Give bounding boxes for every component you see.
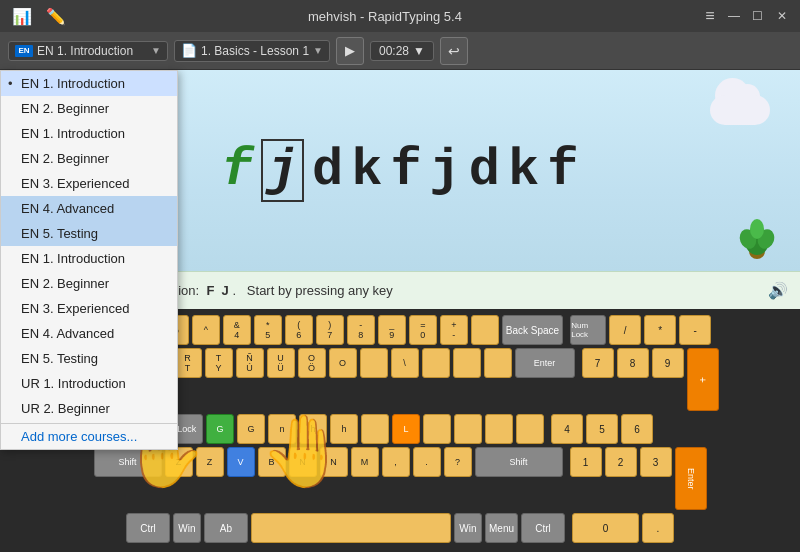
key-comma[interactable]: , [382,447,410,477]
numpad-minus[interactable]: - [679,315,711,345]
key-semicolon[interactable] [485,414,513,444]
key-pipe[interactable] [471,315,499,345]
key-win-right[interactable]: Win [454,513,482,543]
key-m[interactable]: M [351,447,379,477]
numpad-8[interactable]: 8 [617,348,649,378]
key-4[interactable]: &4 [223,315,251,345]
reset-button[interactable]: ↩ [440,37,468,65]
key-shift-left[interactable]: Shift [94,447,162,477]
key-d[interactable]: n [268,414,296,444]
numpad-1[interactable]: 1 [570,447,602,477]
dropdown-item-en3-experienced-2[interactable]: EN 3. Experienced [1,296,177,321]
key-menu[interactable]: Menu [485,513,518,543]
minimize-button[interactable]: — [724,6,744,26]
key-e[interactable]: TY [205,348,233,378]
time-value: 00:28 [379,44,409,58]
numpad-star[interactable]: * [644,315,676,345]
key-s[interactable]: G [237,414,265,444]
key-p[interactable] [422,348,450,378]
numpad-enter[interactable]: Enter [675,447,707,510]
volume-icon[interactable]: 🔊 [768,281,788,300]
numpad-2[interactable]: 2 [605,447,637,477]
key-space[interactable] [251,513,451,543]
dropdown-item-en2-beginner-3[interactable]: EN 2. Beginner [1,271,177,296]
key-j[interactable]: L [392,414,420,444]
numpad-slash[interactable]: / [609,315,641,345]
key-ctrl-right[interactable]: Ctrl [521,513,565,543]
numpad-3[interactable]: 3 [640,447,672,477]
dropdown-item-en5-testing-1[interactable]: EN 5. Testing [1,221,177,246]
stats-icon[interactable]: 📊 [8,2,36,30]
key-i[interactable] [360,348,388,378]
key-h[interactable] [361,414,389,444]
numpad-numlock[interactable]: Num Lock [570,315,606,345]
course-selector[interactable]: EN EN 1. Introduction ▼ [8,41,168,61]
dropdown-item-en1-intro-3[interactable]: EN 1. Introduction [1,246,177,271]
key-5[interactable]: *5 [254,315,282,345]
dropdown-item-en3-experienced-1[interactable]: EN 3. Experienced [1,171,177,196]
key-period[interactable]: . [413,447,441,477]
key-quote[interactable] [516,414,544,444]
char-j-2: j [430,141,461,200]
close-button[interactable]: ✕ [772,6,792,26]
key-backspace[interactable]: Back Space [502,315,563,345]
key-3[interactable]: ^ [192,315,220,345]
key-enter-top[interactable]: Enter [515,348,575,378]
key-n[interactable]: N [320,447,348,477]
key-y[interactable]: OÖ [298,348,326,378]
key-0[interactable]: =0 [409,315,437,345]
numpad-5[interactable]: 5 [586,414,618,444]
dropdown-item-en5-testing-2[interactable]: EN 5. Testing [1,346,177,371]
key-r[interactable]: ÑÚ [236,348,264,378]
dropdown-item-en4-advanced-1[interactable]: EN 4. Advanced [1,196,177,221]
key-slash[interactable]: ? [444,447,472,477]
key-7[interactable]: )7 [316,315,344,345]
key-plus[interactable]: +- [440,315,468,345]
maximize-button[interactable]: ☐ [748,6,768,26]
key-c[interactable]: V [227,447,255,477]
key-ctrl-left[interactable]: Ctrl [126,513,170,543]
numpad-6[interactable]: 6 [621,414,653,444]
numpad-4[interactable]: 4 [551,414,583,444]
lesson-selector[interactable]: 📄 1. Basics - Lesson 1 ▼ [174,40,330,62]
numpad-7[interactable]: 7 [582,348,614,378]
key-z[interactable]: Z [165,447,193,477]
key-u[interactable]: O [329,348,357,378]
numpad-plus[interactable]: + [687,348,719,411]
menu-button[interactable]: ≡ [700,6,720,26]
dropdown-item-en2-beginner-2[interactable]: EN 2. Beginner [1,146,177,171]
key-t[interactable]: UÜ [267,348,295,378]
key-l[interactable] [454,414,482,444]
play-button[interactable]: ▶ [336,37,364,65]
numpad-dot[interactable]: . [642,513,674,543]
time-chevron: ▼ [413,44,425,58]
dropdown-item-add-more[interactable]: Add more courses... [1,423,177,449]
dropdown-item-en1-intro[interactable]: EN 1. Introduction [1,71,177,96]
key-6[interactable]: (6 [285,315,313,345]
key-8[interactable]: -8 [347,315,375,345]
key-k[interactable] [423,414,451,444]
key-win[interactable]: Win [173,513,201,543]
key-alt-left[interactable]: Ab [204,513,248,543]
title-bar-left: 📊 ✏️ [8,2,70,30]
dropdown-item-en4-advanced-2[interactable]: EN 4. Advanced [1,321,177,346]
key-g[interactable]: h [330,414,358,444]
edit-icon[interactable]: ✏️ [42,2,70,30]
key-lbracket[interactable] [453,348,481,378]
dropdown-item-en1-intro-2[interactable]: EN 1. Introduction [1,121,177,146]
dropdown-item-ur1-intro[interactable]: UR 1. Introduction [1,371,177,396]
numpad-9[interactable]: 9 [652,348,684,378]
key-f[interactable]: h [299,414,327,444]
key-b[interactable]: N [289,447,317,477]
key-rbracket[interactable] [484,348,512,378]
key-o[interactable]: \ [391,348,419,378]
dropdown-item-en2-beginner-1[interactable]: EN 2. Beginner [1,96,177,121]
key-v[interactable]: B [258,447,286,477]
numpad-0[interactable]: 0 [572,513,639,543]
key-x[interactable]: Z [196,447,224,477]
key-shift-right[interactable]: Shift [475,447,563,477]
dropdown-item-ur2-beginner[interactable]: UR 2. Beginner [1,396,177,421]
lesson-chevron-icon: ▼ [313,45,323,56]
key-9[interactable]: _9 [378,315,406,345]
key-a[interactable]: G [206,414,234,444]
